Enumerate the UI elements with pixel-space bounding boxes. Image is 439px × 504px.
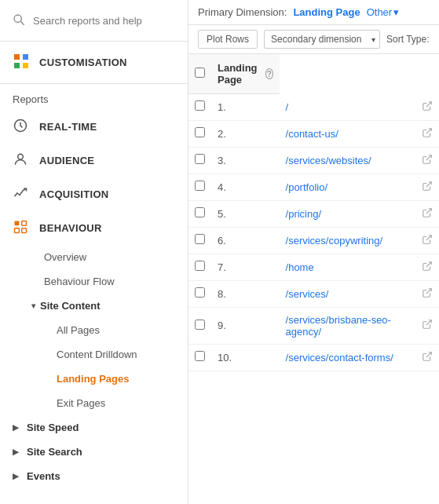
svg-rect-8 bbox=[15, 221, 20, 226]
row-external-link-icon[interactable] bbox=[415, 227, 439, 254]
table-row: 6./services/copywriting/ bbox=[188, 227, 439, 254]
site-content-sub-items: All Pages Content Drilldown Landing Page… bbox=[0, 318, 188, 415]
table-row: 9./services/brisbane-seo-agency/ bbox=[188, 307, 439, 344]
behaviour-icon bbox=[13, 219, 28, 237]
table-row: 1./ bbox=[188, 94, 439, 121]
select-all-checkbox[interactable] bbox=[195, 68, 205, 78]
customisation-section[interactable]: CUSTOMISATION bbox=[0, 42, 188, 84]
chevron-right-icon3: ▶ bbox=[13, 472, 19, 480]
svg-line-21 bbox=[426, 352, 431, 356]
reports-section-label: Reports bbox=[0, 84, 188, 110]
row-checkbox[interactable] bbox=[195, 100, 205, 111]
row-url[interactable]: /portfolio/ bbox=[280, 173, 415, 200]
plot-rows-button[interactable]: Plot Rows bbox=[198, 30, 258, 49]
row-number: 3. bbox=[211, 147, 280, 173]
events-expander[interactable]: ▶ Events bbox=[0, 464, 188, 488]
primary-dim-active[interactable]: Landing Page bbox=[293, 6, 360, 18]
row-number: 9. bbox=[211, 307, 280, 344]
row-checkbox[interactable] bbox=[195, 320, 205, 330]
svg-line-17 bbox=[426, 235, 431, 239]
sidebar-item-content-drilldown[interactable]: Content Drilldown bbox=[13, 342, 188, 367]
row-url[interactable]: / bbox=[280, 94, 415, 121]
sidebar-item-all-pages[interactable]: All Pages bbox=[13, 318, 188, 342]
acquisition-icon bbox=[13, 185, 28, 203]
row-checkbox[interactable] bbox=[195, 351, 205, 361]
row-external-link-icon[interactable] bbox=[415, 120, 439, 147]
audience-label: AUDIENCE bbox=[39, 155, 94, 166]
site-search-expander[interactable]: ▶ Site Search bbox=[0, 440, 188, 464]
svg-line-13 bbox=[426, 128, 431, 133]
svg-rect-3 bbox=[23, 54, 28, 60]
customisation-label: CUSTOMISATION bbox=[39, 57, 127, 68]
search-bar[interactable] bbox=[0, 0, 188, 42]
svg-point-0 bbox=[14, 15, 21, 22]
sidebar-item-acquisition[interactable]: ACQUISITION bbox=[0, 177, 188, 211]
sidebar-item-exit-pages[interactable]: Exit Pages bbox=[13, 391, 188, 415]
row-url[interactable]: /pricing/ bbox=[280, 200, 415, 227]
sidebar-item-overview[interactable]: Overview bbox=[0, 245, 188, 269]
landing-page-help-icon[interactable]: ? bbox=[265, 68, 273, 79]
main-content: Primary Dimension: Landing Page Other ▾ … bbox=[188, 0, 439, 504]
table-row: 10./services/contact-forms/ bbox=[188, 344, 439, 371]
row-url[interactable]: /services/ bbox=[280, 280, 415, 307]
row-checkbox[interactable] bbox=[195, 154, 205, 164]
sidebar-item-real-time[interactable]: REAL-TIME bbox=[0, 110, 188, 144]
row-url[interactable]: /home bbox=[280, 254, 415, 280]
data-table: Landing Page ? 1./2./contact-us/3./servi… bbox=[188, 54, 439, 504]
site-speed-expander[interactable]: ▶ Site Speed bbox=[0, 415, 188, 440]
table-row: 8./services/ bbox=[188, 280, 439, 307]
acquisition-label: ACQUISITION bbox=[39, 188, 109, 200]
row-external-link-icon[interactable] bbox=[415, 173, 439, 200]
events-label: Events bbox=[27, 470, 60, 482]
svg-line-1 bbox=[20, 21, 24, 24]
row-checkbox[interactable] bbox=[195, 207, 205, 217]
chevron-right-icon2: ▶ bbox=[13, 447, 19, 456]
sidebar: CUSTOMISATION Reports REAL-TIME AUDIENCE bbox=[0, 0, 188, 504]
sidebar-item-behaviour[interactable]: BEHAVIOUR bbox=[0, 211, 188, 245]
row-url[interactable]: /contact-us/ bbox=[280, 120, 415, 147]
sidebar-item-landing-pages[interactable]: Landing Pages bbox=[13, 367, 188, 391]
row-checkbox[interactable] bbox=[195, 181, 205, 191]
svg-rect-5 bbox=[23, 63, 28, 68]
svg-rect-4 bbox=[14, 63, 20, 68]
site-speed-label: Site Speed bbox=[27, 422, 79, 433]
search-input[interactable] bbox=[33, 15, 175, 27]
row-url[interactable]: /services/copywriting/ bbox=[280, 227, 415, 254]
customisation-icon bbox=[13, 53, 30, 72]
row-external-link-icon[interactable] bbox=[415, 254, 439, 280]
row-number: 1. bbox=[211, 94, 280, 121]
toolbar-bar: Plot Rows Secondary dimension Sort Type: bbox=[188, 25, 439, 54]
table-row: 4./portfolio/ bbox=[188, 173, 439, 200]
chevron-other-icon: ▾ bbox=[393, 6, 399, 18]
svg-line-14 bbox=[426, 155, 431, 159]
row-url[interactable]: /services/brisbane-seo-agency/ bbox=[280, 307, 415, 344]
svg-line-16 bbox=[426, 208, 431, 213]
row-external-link-icon[interactable] bbox=[415, 344, 439, 371]
svg-line-15 bbox=[426, 181, 431, 186]
site-search-label: Site Search bbox=[27, 446, 82, 458]
row-external-link-icon[interactable] bbox=[415, 94, 439, 121]
site-content-expander[interactable]: ▾ Site Content bbox=[0, 294, 188, 318]
svg-rect-2 bbox=[14, 54, 20, 60]
search-icon bbox=[13, 13, 25, 28]
row-external-link-icon[interactable] bbox=[415, 280, 439, 307]
row-checkbox[interactable] bbox=[195, 234, 205, 244]
row-checkbox[interactable] bbox=[195, 261, 205, 271]
row-external-link-icon[interactable] bbox=[415, 200, 439, 227]
row-url[interactable]: /services/contact-forms/ bbox=[280, 344, 415, 371]
row-checkbox[interactable] bbox=[195, 127, 205, 137]
row-checkbox[interactable] bbox=[195, 287, 205, 298]
primary-dimension-bar: Primary Dimension: Landing Page Other ▾ bbox=[188, 0, 439, 25]
clock-icon bbox=[13, 118, 28, 136]
secondary-dimension-select[interactable]: Secondary dimension bbox=[264, 30, 380, 49]
row-url[interactable]: /services/websites/ bbox=[280, 147, 415, 173]
sidebar-item-behaviour-flow[interactable]: Behaviour Flow bbox=[0, 269, 188, 294]
svg-rect-10 bbox=[15, 228, 20, 233]
secondary-dim-wrapper[interactable]: Secondary dimension bbox=[264, 30, 380, 49]
row-external-link-icon[interactable] bbox=[415, 307, 439, 344]
row-external-link-icon[interactable] bbox=[415, 147, 439, 173]
row-number: 2. bbox=[211, 120, 280, 147]
sidebar-item-audience[interactable]: AUDIENCE bbox=[0, 144, 188, 177]
primary-dim-other[interactable]: Other ▾ bbox=[367, 6, 400, 18]
table-row: 7./home bbox=[188, 254, 439, 280]
